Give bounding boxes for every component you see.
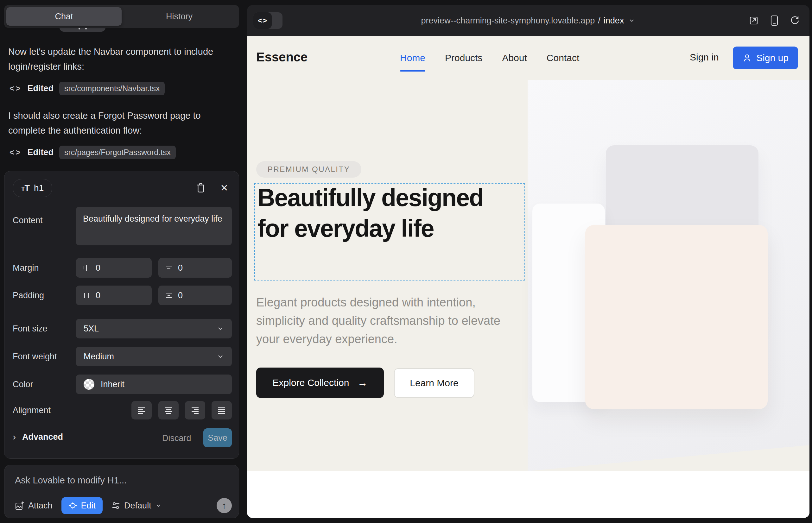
align-justify-button[interactable] bbox=[212, 401, 232, 419]
browser-topbar: <> preview--charming-site-symphony.lovab… bbox=[247, 5, 810, 36]
discard-button[interactable]: Discard bbox=[162, 433, 191, 443]
edited-label: Edited bbox=[27, 147, 54, 157]
advanced-label: Advanced bbox=[22, 432, 63, 442]
align-center-button[interactable] bbox=[158, 401, 179, 419]
selected-h1-outline[interactable]: Beautifully designed for everyday life bbox=[254, 183, 525, 281]
chevron-down-icon bbox=[217, 353, 224, 360]
trash-icon bbox=[196, 183, 206, 193]
nav-link-home[interactable]: Home bbox=[400, 53, 425, 63]
padding-horizontal-icon bbox=[82, 291, 91, 300]
explore-collection-button[interactable]: Explore Collection → bbox=[256, 367, 384, 398]
open-in-new-window-icon[interactable] bbox=[749, 16, 759, 26]
section-below-hero bbox=[247, 471, 810, 518]
close-editor-button[interactable]: ✕ bbox=[217, 181, 231, 195]
nav-link-products[interactable]: Products bbox=[445, 53, 482, 63]
align-left-button[interactable] bbox=[131, 401, 152, 419]
url-separator: / bbox=[598, 16, 600, 26]
margin-y-input[interactable]: 0 bbox=[158, 258, 232, 278]
file-chip[interactable]: src/pages/ForgotPassword.tsx bbox=[59, 146, 176, 159]
edited-file-row[interactable]: <> Edited src/components/Navbar.tsx bbox=[10, 82, 165, 95]
attach-image-icon bbox=[15, 501, 24, 510]
font-weight-select[interactable]: Medium bbox=[76, 347, 232, 366]
composer-input[interactable]: Ask Lovable to modify H1... bbox=[15, 475, 127, 486]
align-justify-icon bbox=[217, 406, 226, 414]
element-tag-label: h1 bbox=[34, 183, 44, 193]
user-icon bbox=[742, 53, 752, 63]
margin-x-input[interactable]: 0 bbox=[76, 258, 152, 278]
tab-history[interactable]: History bbox=[122, 7, 237, 26]
edited-label: Edited bbox=[27, 84, 54, 93]
color-swatch-transparent bbox=[84, 379, 94, 390]
url-path: index bbox=[604, 16, 624, 26]
align-right-icon bbox=[190, 406, 200, 414]
content-textarea[interactable]: Beautifully designed for everyday life bbox=[76, 207, 232, 245]
selected-element-pill[interactable]: TT h1 bbox=[13, 179, 52, 197]
mode-label: Default bbox=[124, 501, 152, 511]
delete-element-button[interactable] bbox=[194, 181, 208, 195]
margin-y-value: 0 bbox=[178, 263, 183, 273]
color-label: Color bbox=[13, 380, 33, 390]
chevron-down-icon bbox=[217, 325, 224, 332]
url-bar[interactable]: preview--charming-site-symphony.lovable.… bbox=[247, 5, 810, 36]
tab-chat[interactable]: Chat bbox=[6, 7, 122, 26]
padding-x-input[interactable]: 0 bbox=[76, 286, 152, 305]
align-center-icon bbox=[164, 406, 173, 414]
sign-in-link[interactable]: Sign in bbox=[690, 52, 719, 63]
send-button[interactable]: ↑ bbox=[217, 498, 232, 513]
font-size-label: Font size bbox=[13, 324, 48, 334]
padding-y-input[interactable]: 0 bbox=[158, 286, 232, 305]
chevron-down-icon bbox=[155, 502, 161, 509]
url-chevron[interactable] bbox=[628, 17, 635, 24]
preview-browser-panel: <> preview--charming-site-symphony.lovab… bbox=[247, 5, 810, 518]
explore-collection-label: Explore Collection bbox=[273, 377, 349, 388]
sidebar-tabs: Chat History bbox=[4, 5, 239, 28]
send-arrow-icon: ↑ bbox=[222, 501, 226, 511]
advanced-toggle[interactable]: › Advanced bbox=[13, 432, 63, 442]
arrow-right-icon: → bbox=[357, 377, 367, 389]
learn-more-button[interactable]: Learn More bbox=[394, 368, 474, 398]
chevron-right-icon: › bbox=[13, 432, 16, 442]
code-icon: <> bbox=[10, 147, 21, 157]
padding-y-value: 0 bbox=[178, 291, 183, 301]
padding-x-value: 0 bbox=[96, 291, 100, 301]
attach-label: Attach bbox=[28, 501, 53, 511]
padding-label: Padding bbox=[13, 291, 44, 301]
save-button[interactable]: Save bbox=[203, 428, 232, 447]
element-editor-panel: TT h1 ✕ Content Beautifully designed for… bbox=[4, 171, 239, 459]
margin-vertical-icon bbox=[165, 264, 173, 272]
sign-up-label: Sign up bbox=[756, 53, 789, 63]
attach-button[interactable]: Attach bbox=[15, 501, 53, 511]
target-icon bbox=[68, 501, 77, 510]
nav-link-contact[interactable]: Contact bbox=[547, 53, 579, 63]
mode-select[interactable]: Default bbox=[111, 501, 161, 511]
hero-paragraph: Elegant products designed with intention… bbox=[256, 293, 513, 348]
decorative-wedge bbox=[528, 445, 810, 471]
site-viewport: Essence Home Products About Contact Sign… bbox=[247, 36, 810, 518]
site-logo[interactable]: Essence bbox=[256, 50, 307, 64]
decorative-rect-cream bbox=[585, 225, 768, 409]
font-size-value: 5XL bbox=[84, 324, 99, 334]
hero-heading[interactable]: Beautifully designed for everyday life bbox=[258, 182, 517, 244]
nav-link-about[interactable]: About bbox=[502, 53, 527, 63]
margin-x-value: 0 bbox=[96, 263, 100, 273]
margin-horizontal-icon bbox=[82, 264, 91, 272]
sign-up-button[interactable]: Sign up bbox=[733, 47, 798, 69]
align-right-button[interactable] bbox=[185, 401, 205, 419]
premium-quality-badge: PREMIUM QUALITY bbox=[256, 161, 361, 178]
edit-mode-button[interactable]: Edit bbox=[61, 497, 103, 514]
url-domain: preview--charming-site-symphony.lovable.… bbox=[421, 16, 595, 26]
margin-label: Margin bbox=[13, 263, 39, 273]
mobile-view-icon[interactable] bbox=[770, 15, 778, 26]
color-value: Inherit bbox=[101, 380, 124, 390]
site-navbar: Essence Home Products About Contact Sign… bbox=[247, 36, 810, 80]
file-chip[interactable]: src/components/Navbar.tsx bbox=[59, 82, 165, 95]
edited-file-row[interactable]: <> Edited src/pages/ForgotPassword.tsx bbox=[10, 146, 176, 159]
refresh-icon[interactable] bbox=[790, 16, 800, 26]
code-icon: <> bbox=[10, 84, 21, 93]
close-icon: ✕ bbox=[220, 182, 228, 194]
lovable-sidebar: Chat History Now let's update the Navbar… bbox=[0, 0, 247, 523]
chat-composer: Ask Lovable to modify H1... Attach Edit bbox=[4, 465, 239, 518]
font-size-select[interactable]: 5XL bbox=[76, 319, 232, 339]
chevron-down-icon bbox=[628, 17, 635, 24]
color-select[interactable]: Inherit bbox=[76, 375, 232, 394]
